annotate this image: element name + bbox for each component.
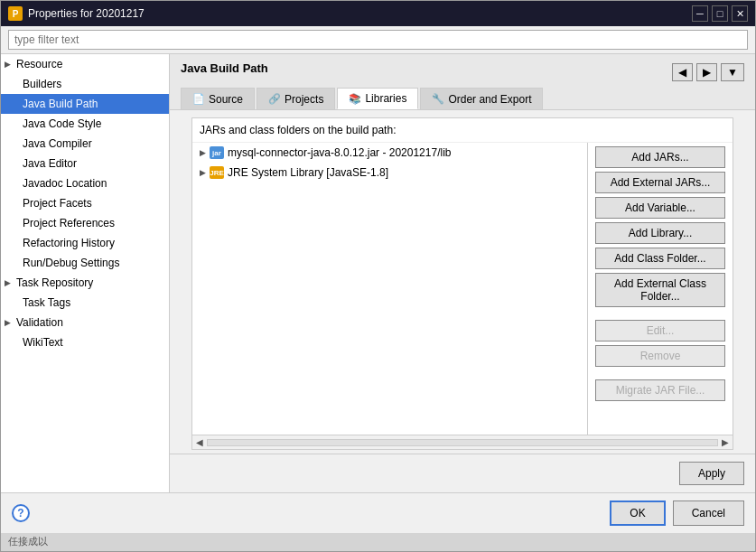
sidebar-item-label: Java Build Path (23, 98, 98, 110)
nav-forward-button[interactable]: ▶ (696, 63, 717, 81)
nav-dropdown-button[interactable]: ▼ (721, 63, 744, 81)
filter-bar (1, 26, 755, 54)
sidebar-item-label: Java Editor (23, 157, 77, 170)
sidebar-item-label: Task Repository (16, 276, 93, 289)
close-button[interactable]: ✕ (732, 5, 748, 22)
panel-body: JARs and class folders on the build path… (191, 117, 733, 450)
arrow-icon: ▶ (5, 318, 11, 327)
sidebar-item-wikitext[interactable]: WikiText (1, 332, 169, 352)
edit-button[interactable]: Edit... (595, 320, 725, 341)
right-panel: Java Build Path ◀ ▶ ▼ 📄 Source (170, 54, 755, 492)
scroll-right-button[interactable]: ▶ (722, 437, 729, 447)
sidebar-item-validation[interactable]: ▶ Validation (1, 313, 169, 332)
sidebar-item-task-repository[interactable]: ▶ Task Repository (1, 273, 169, 293)
jre-icon: JRE (210, 165, 224, 180)
sidebar-item-javadoc-location[interactable]: Javadoc Location (1, 173, 169, 193)
apply-bar: Apply (170, 454, 755, 492)
button-panel: Add JARs... Add External JARs... Add Var… (588, 143, 733, 435)
scroll-left-button[interactable]: ◀ (196, 437, 203, 447)
sidebar-item-java-compiler[interactable]: Java Compiler (1, 134, 169, 154)
tree-item-mysql[interactable]: ▶ jar mysql-connector-java-8.0.12.jar - … (192, 143, 587, 163)
filter-input[interactable] (8, 30, 748, 50)
sidebar-item-label: Java Compiler (23, 137, 92, 150)
cancel-button[interactable]: Cancel (673, 501, 744, 526)
minimize-button[interactable]: ─ (692, 5, 708, 22)
tab-source-label: Source (209, 93, 243, 106)
sidebar-item-label: Project References (23, 217, 115, 229)
tabs: 📄 Source 🔗 Projects 📚 Libraries 🔧 (181, 88, 744, 109)
tree-arrow-icon: ▶ (200, 168, 206, 177)
main-split: ▶ Resource Builders Java Build Path Java… (1, 54, 755, 492)
tab-projects[interactable]: 🔗 Projects (257, 88, 335, 109)
arrow-icon: ▶ (5, 60, 11, 69)
arrow-icon: ▶ (5, 278, 11, 287)
status-text: 任接成以 (8, 536, 48, 547)
title-controls: ─ □ ✕ (692, 5, 748, 22)
sidebar-item-task-tags[interactable]: Task Tags (1, 293, 169, 313)
content-area: ▶ Resource Builders Java Build Path Java… (1, 26, 755, 492)
jar-icon: jar (210, 145, 224, 160)
sidebar: ▶ Resource Builders Java Build Path Java… (1, 54, 170, 492)
ok-button[interactable]: OK (610, 501, 665, 526)
dialog-bottom: ? OK Cancel (1, 492, 755, 533)
sidebar-item-label: Project Facets (23, 197, 92, 210)
properties-window: P Properties for 20201217 ─ □ ✕ ▶ Resour… (0, 0, 756, 552)
sidebar-item-label: WikiText (23, 336, 63, 349)
sidebar-item-label: Builders (23, 78, 61, 90)
add-variable-button[interactable]: Add Variable... (595, 197, 725, 219)
nav-back-button[interactable]: ◀ (672, 63, 693, 81)
window-icon: P (8, 6, 23, 21)
dialog-buttons: OK Cancel (610, 501, 744, 526)
tree-item-label: JRE System Library [JavaSE-1.8] (228, 166, 388, 179)
window-title: Properties for 20201217 (28, 7, 145, 20)
add-external-jars-button[interactable]: Add External JARs... (595, 172, 725, 193)
tree-item-label: mysql-connector-java-8.0.12.jar - 202012… (228, 146, 451, 159)
sidebar-item-label: Refactoring History (23, 237, 115, 249)
sidebar-item-java-editor[interactable]: Java Editor (1, 154, 169, 173)
sidebar-item-resource[interactable]: ▶ Resource (1, 54, 169, 74)
horizontal-scrollbar[interactable]: ◀ ▶ (192, 435, 733, 449)
add-jars-button[interactable]: Add JARs... (595, 146, 725, 168)
tab-order-export-label: Order and Export (448, 93, 531, 106)
sidebar-item-project-facets[interactable]: Project Facets (1, 193, 169, 213)
panel-content: ▶ jar mysql-connector-java-8.0.12.jar - … (192, 143, 733, 435)
tab-libraries-label: Libraries (365, 92, 406, 105)
source-tab-icon: 📄 (192, 93, 205, 106)
panel-title: Java Build Path (181, 61, 268, 75)
help-button[interactable]: ? (12, 504, 30, 522)
title-bar-left: P Properties for 20201217 (8, 6, 145, 21)
tab-projects-label: Projects (285, 93, 323, 106)
status-bar: 任接成以 (1, 533, 755, 551)
apply-button[interactable]: Apply (679, 462, 744, 485)
sidebar-item-run-debug[interactable]: Run/Debug Settings (1, 253, 169, 273)
tree-area[interactable]: ▶ jar mysql-connector-java-8.0.12.jar - … (192, 143, 588, 435)
sidebar-item-label: Validation (16, 316, 63, 329)
sidebar-item-label: Task Tags (23, 296, 70, 309)
projects-tab-icon: 🔗 (268, 93, 281, 106)
add-class-folder-button[interactable]: Add Class Folder... (595, 248, 725, 269)
maximize-button[interactable]: □ (712, 5, 728, 22)
tree-arrow-icon: ▶ (200, 148, 206, 157)
tab-order-export[interactable]: 🔧 Order and Export (420, 88, 543, 109)
sidebar-item-java-build-path[interactable]: Java Build Path (1, 94, 169, 114)
sidebar-item-label: Java Code Style (23, 117, 101, 130)
tree-item-jre[interactable]: ▶ JRE JRE System Library [JavaSE-1.8] (192, 163, 587, 182)
add-external-class-folder-button[interactable]: Add External Class Folder... (595, 273, 725, 307)
sidebar-item-label: Javadoc Location (23, 177, 107, 190)
sidebar-item-project-references[interactable]: Project References (1, 213, 169, 233)
sidebar-item-refactoring-history[interactable]: Refactoring History (1, 233, 169, 253)
order-export-tab-icon: 🔧 (432, 93, 444, 106)
migrate-jar-button[interactable]: Migrate JAR File... (595, 379, 725, 401)
libraries-tab-icon: 📚 (349, 92, 361, 105)
sidebar-item-label: Resource (16, 58, 62, 70)
sidebar-item-java-code-style[interactable]: Java Code Style (1, 114, 169, 134)
sidebar-item-label: Run/Debug Settings (23, 257, 119, 269)
tab-libraries[interactable]: 📚 Libraries (337, 88, 418, 109)
sidebar-item-builders[interactable]: Builders (1, 74, 169, 94)
add-library-button[interactable]: Add Library... (595, 222, 725, 244)
panel-description: JARs and class folders on the build path… (192, 118, 733, 143)
title-bar: P Properties for 20201217 ─ □ ✕ (1, 1, 755, 26)
remove-button[interactable]: Remove (595, 345, 725, 367)
panel-header: Java Build Path ◀ ▶ ▼ 📄 Source (170, 54, 755, 110)
tab-source[interactable]: 📄 Source (181, 88, 255, 109)
